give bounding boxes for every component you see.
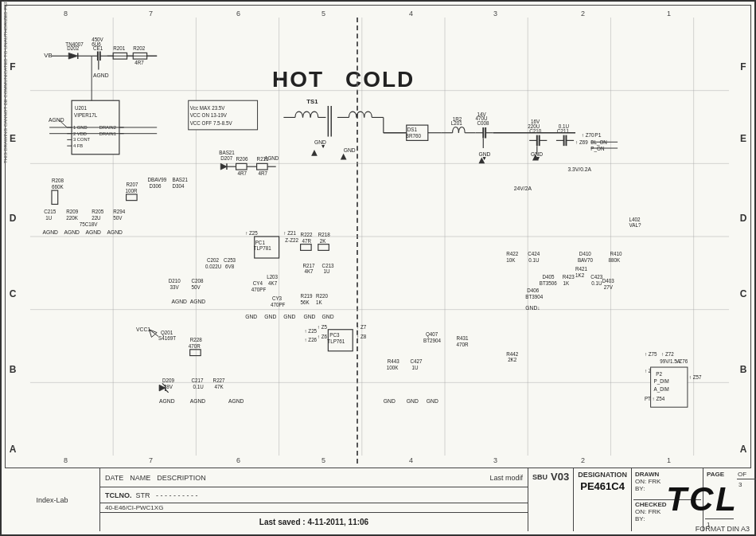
svg-text:1U: 1U xyxy=(324,268,330,274)
svg-text:D210: D210 xyxy=(169,278,181,284)
svg-text:VCC1: VCC1 xyxy=(136,327,150,332)
svg-text:BAS21: BAS21 xyxy=(172,177,188,182)
tcl-path: 40-E46/CI-PWC1XG xyxy=(100,503,528,513)
svg-text:↑ Z8: ↑ Z8 xyxy=(357,334,367,339)
tcl-logo: TCL xyxy=(666,480,738,518)
col-6-bot: 6 xyxy=(236,456,240,464)
svg-text:P_ON: P_ON xyxy=(590,146,605,152)
svg-text:AGND: AGND xyxy=(159,398,175,404)
svg-text:DS1: DS1 xyxy=(407,127,418,132)
svg-text:6V8: 6V8 xyxy=(225,264,235,269)
svg-text:D405: D405 xyxy=(543,274,555,280)
svg-rect-127 xyxy=(52,190,58,204)
svg-text:4 FB: 4 FB xyxy=(73,143,83,148)
svg-text:C215: C215 xyxy=(44,209,56,214)
svg-text:R222: R222 xyxy=(301,232,313,237)
svg-text:TN4007: TN4007 xyxy=(65,41,84,47)
svg-text:VIPER17L: VIPER17L xyxy=(74,112,98,118)
svg-text:P2: P2 xyxy=(656,371,662,377)
svg-text:1K: 1K xyxy=(316,299,322,305)
svg-text:AGND: AGND xyxy=(49,117,64,123)
svg-text:L203: L203 xyxy=(267,274,278,280)
svg-text:C253: C253 xyxy=(224,257,236,263)
svg-text:↑ Z7: ↑ Z7 xyxy=(357,324,367,330)
schematic-container: THIS DRAWING CANNOT BE COMMUNICATED TO U… xyxy=(0,0,756,536)
svg-text:33V: 33V xyxy=(170,284,180,290)
col-4-bot: 4 xyxy=(409,456,413,464)
designation-value: PE461C4 xyxy=(578,480,627,492)
svg-marker-16 xyxy=(68,53,78,59)
svg-text:GND: GND xyxy=(427,398,438,404)
svg-text:R207: R207 xyxy=(127,182,138,187)
svg-text:3.3V/0.2A: 3.3V/0.2A xyxy=(567,166,591,172)
svg-text:C208: C208 xyxy=(192,278,204,284)
svg-text:Z-Z22: Z-Z22 xyxy=(285,237,298,243)
svg-text:PC1: PC1 xyxy=(255,240,266,245)
svg-text:↑ Z25: ↑ Z25 xyxy=(304,328,317,334)
col-1-top: 1 xyxy=(667,10,671,18)
last-saved-row: Last saved : 4-11-2011, 11:06 xyxy=(100,513,528,531)
svg-text:A_DIM: A_DIM xyxy=(653,386,668,393)
svg-text:R431: R431 xyxy=(456,335,468,341)
svg-text:220K: 220K xyxy=(66,215,78,221)
svg-text:BAS21: BAS21 xyxy=(219,150,235,155)
svg-text:R209: R209 xyxy=(66,209,78,214)
svg-text:R220: R220 xyxy=(316,293,328,299)
svg-text:R208: R208 xyxy=(52,178,64,183)
svg-text:100K: 100K xyxy=(387,365,399,370)
svg-text:50V: 50V xyxy=(113,215,123,221)
svg-text:22U: 22U xyxy=(92,215,101,221)
of-row: OF xyxy=(737,470,756,479)
svg-text:GND: GND xyxy=(245,314,257,319)
svg-text:L402: L402 xyxy=(629,217,641,222)
designation-block: DESIGNATION PE461C4 xyxy=(574,468,632,531)
svg-text:AGND: AGND xyxy=(190,398,206,404)
title-table-header: DATE NAME DESCRIPTION Last modif xyxy=(100,468,528,487)
title-block: Index-Lab DATE NAME DESCRIPTION Last mod… xyxy=(5,468,751,531)
svg-text:100R: 100R xyxy=(126,188,138,194)
svg-text:4K7: 4K7 xyxy=(268,280,278,286)
col-8-bot: 8 xyxy=(64,456,68,464)
svg-rect-120 xyxy=(257,163,268,170)
svg-text:AGND: AGND xyxy=(64,229,80,235)
svg-text:CY3: CY3 xyxy=(272,295,283,301)
svg-text:AGND: AGND xyxy=(42,229,58,235)
svg-text:BT2904: BT2904 xyxy=(423,338,441,343)
svg-text:1K: 1K xyxy=(563,280,570,286)
svg-text:AGND: AGND xyxy=(228,398,244,404)
title-center: DATE NAME DESCRIPTION Last modif TCLNO. … xyxy=(100,468,528,531)
svg-text:C424: C424 xyxy=(528,251,540,256)
svg-text:4R7: 4R7 xyxy=(237,170,247,176)
svg-text:AGND: AGND xyxy=(264,155,279,161)
svg-rect-116 xyxy=(236,163,247,170)
svg-text:GND↓: GND↓ xyxy=(525,305,540,311)
svg-text:GND: GND xyxy=(264,314,276,319)
schematic-svg: VB D202 TN4007 CE1 6U6 450V AGND R201 R2… xyxy=(18,18,742,456)
svg-text:470PF: 470PF xyxy=(251,287,267,292)
svg-text:TS1: TS1 xyxy=(306,98,318,105)
svg-text:AGND: AGND xyxy=(85,229,101,235)
svg-text:R443: R443 xyxy=(388,358,399,364)
svg-text:0.1U: 0.1U xyxy=(559,123,570,129)
svg-text:1R2: 1R2 xyxy=(453,116,462,122)
col-8-top: 8 xyxy=(64,10,68,18)
col-3-top: 3 xyxy=(493,10,497,18)
svg-text:BAV70: BAV70 xyxy=(578,257,594,263)
svg-text:P1: P1 xyxy=(594,132,602,138)
svg-text:D403: D403 xyxy=(602,278,614,284)
svg-rect-156 xyxy=(301,245,312,251)
svg-text:R442: R442 xyxy=(506,351,518,357)
tcl-path-row: TCLNO. STR - - - - - - - - - - xyxy=(100,487,528,503)
svg-text:↑ Z76: ↑ Z76 xyxy=(675,358,688,364)
svg-text:R217: R217 xyxy=(303,263,315,268)
svg-rect-159 xyxy=(318,245,329,251)
svg-text:14V: 14V xyxy=(477,112,487,117)
svg-text:▼: ▼ xyxy=(321,143,326,149)
svg-text:R218: R218 xyxy=(318,232,330,237)
col-1-bot: 1 xyxy=(667,456,671,464)
svg-text:4K7: 4K7 xyxy=(304,268,314,274)
svg-marker-113 xyxy=(220,163,227,170)
svg-text:S4169T: S4169T xyxy=(158,335,176,341)
svg-text:↑ Z26: ↑ Z26 xyxy=(304,337,317,342)
svg-rect-130 xyxy=(127,194,138,201)
